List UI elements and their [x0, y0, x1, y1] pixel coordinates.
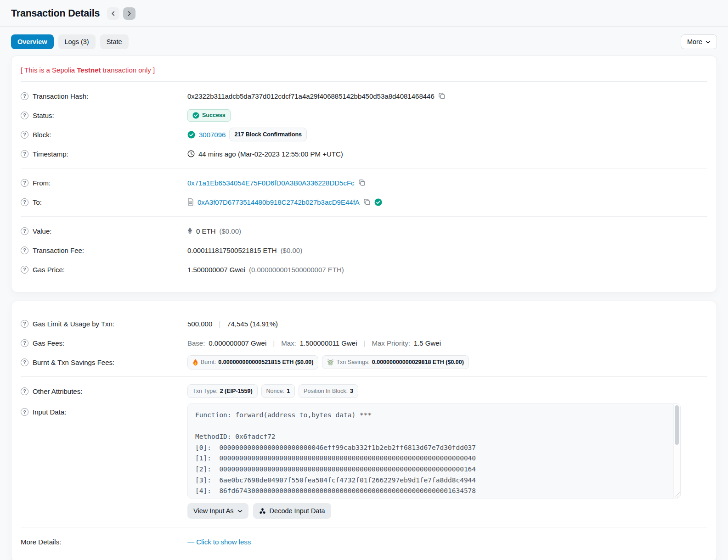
help-icon[interactable]: ?	[21, 150, 28, 158]
input-data-actions: View Input As Decode Input Data	[187, 503, 707, 519]
gas-fees-label-cell: ? Gas Fees:	[21, 339, 187, 347]
transaction-hash-value: 0x2322b311adcb5da737d012cdcf71a4a29f4068…	[187, 92, 435, 100]
input-data-scrollbar-thumb[interactable]	[675, 405, 679, 445]
copy-icon	[363, 198, 371, 206]
max-priority-fee-label: Max Priority:	[372, 339, 410, 347]
help-icon[interactable]: ?	[21, 198, 28, 206]
transaction-fee-label-cell: ? Transaction Fee:	[21, 246, 187, 254]
timestamp-label: Timestamp:	[33, 150, 68, 158]
txn-type-label: Txn Type:	[192, 388, 218, 394]
block-number-link[interactable]: 3007096	[199, 131, 226, 139]
overview-group-1: ? Transaction Hash: 0x2322b311adcb5da737…	[21, 82, 707, 168]
show-less-link[interactable]: — Click to show less	[187, 538, 251, 546]
other-attributes-label-cell: ? Other Attributes:	[21, 387, 187, 395]
help-icon[interactable]: ?	[21, 179, 28, 187]
status-row: ? Status: Success	[21, 106, 707, 125]
gas-limit-value-cell: 500,000 | 74,545 (14.91%)	[187, 320, 707, 328]
burnt-fees-row: ? Burnt & Txn Savings Fees: Burnt: 0.000…	[21, 353, 707, 372]
status-badge-label: Success	[202, 112, 226, 118]
pipe-divider: |	[361, 339, 368, 347]
input-data-textarea[interactable]: Function: forward(address to,bytes data)…	[187, 403, 681, 498]
tab-overview[interactable]: Overview	[11, 34, 54, 49]
other-attributes-label: Other Attributes:	[33, 387, 82, 395]
help-icon[interactable]: ?	[21, 320, 28, 328]
help-icon[interactable]: ?	[21, 408, 28, 416]
chevron-down-icon	[237, 509, 243, 514]
help-icon[interactable]: ?	[21, 387, 28, 395]
help-icon[interactable]: ?	[21, 131, 28, 139]
block-confirmations-badge: 217 Block Confirmations	[229, 128, 307, 141]
input-data-row: ? Input Data: Function: forward(address …	[21, 403, 707, 519]
from-row: ? From: 0x71a1Eb6534054E75F0D6fD0A3B0A33…	[21, 173, 707, 192]
help-icon[interactable]: ?	[21, 112, 28, 119]
transaction-fee-value-cell: 0.000111817500521815 ETH ($0.00)	[187, 246, 707, 254]
copy-transaction-hash-button[interactable]	[438, 92, 446, 100]
textarea-resize-handle[interactable]	[674, 492, 680, 498]
details-group-1: ? Gas Limit & Usage by Txn: 500,000 | 74…	[21, 309, 707, 376]
transaction-fee-usd: ($0.00)	[281, 246, 303, 254]
block-label: Block:	[33, 131, 51, 139]
max-fee-label: Max:	[281, 339, 296, 347]
decode-input-data-button[interactable]: Decode Input Data	[253, 503, 331, 519]
max-fee-value: 1.500000011 Gwei	[300, 339, 357, 347]
from-label: From:	[33, 179, 51, 187]
chevron-down-icon	[705, 39, 711, 45]
view-input-as-button[interactable]: View Input As	[187, 503, 248, 519]
txn-type-badge: Txn Type: 2 (EIP-1559)	[187, 384, 258, 398]
testnet-notice-prefix: [ This is a Sepolia	[21, 66, 77, 74]
prev-transaction-button[interactable]	[107, 7, 119, 20]
block-row: ? Block: 3007096 217 Block Confirmations	[21, 125, 707, 144]
txn-savings-badge-label: Txn Savings:	[336, 359, 369, 365]
gas-price-row: ? Gas Price: 1.500000007 Gwei (0.0000000…	[21, 260, 707, 279]
more-button[interactable]: More	[681, 34, 717, 49]
tabs-row: Overview Logs (3) State More	[11, 27, 717, 56]
testnet-notice-suffix: transaction only ]	[101, 66, 155, 74]
gas-limit-value: 500,000	[187, 320, 212, 328]
tab-logs[interactable]: Logs (3)	[58, 34, 96, 49]
txn-savings-badge-value: 0.00000000000029818 ETH ($0.00)	[372, 359, 464, 365]
tabs: Overview Logs (3) State	[11, 34, 129, 49]
pipe-divider: |	[270, 339, 277, 347]
transaction-hash-label-cell: ? Transaction Hash:	[21, 92, 187, 100]
transaction-fee-row: ? Transaction Fee: 0.000111817500521815 …	[21, 241, 707, 260]
help-icon[interactable]: ?	[21, 92, 28, 100]
contract-document-icon	[187, 198, 194, 206]
help-icon[interactable]: ?	[21, 246, 28, 254]
transaction-hash-value-cell: 0x2322b311adcb5da737d012cdcf71a4a29f4068…	[187, 92, 707, 100]
more-details-label-cell: More Details:	[21, 538, 187, 546]
chevron-right-icon	[127, 11, 132, 16]
gas-price-label-cell: ? Gas Price:	[21, 266, 187, 274]
tab-state[interactable]: State	[100, 34, 129, 49]
clock-icon	[187, 150, 195, 157]
copy-from-address-button[interactable]	[358, 179, 366, 186]
input-data-value-cell: Function: forward(address to,bytes data)…	[187, 403, 707, 519]
testnet-notice-bold: Testnet	[77, 66, 101, 74]
help-icon[interactable]: ?	[21, 358, 28, 366]
from-address-link[interactable]: 0x71a1Eb6534054E75F0D6fD0A3B0A336228DD5c…	[187, 179, 355, 187]
copy-to-address-button[interactable]	[363, 198, 371, 206]
help-icon[interactable]: ?	[21, 227, 28, 235]
block-label-cell: ? Block:	[21, 131, 187, 139]
verified-check-icon	[374, 198, 382, 206]
flame-icon	[192, 359, 198, 366]
transaction-hash-label: Transaction Hash:	[33, 92, 88, 100]
next-transaction-button[interactable]	[123, 7, 135, 20]
gas-price-value-cell: 1.500000007 Gwei (0.000000001500000007 E…	[187, 266, 707, 274]
to-address-link[interactable]: 0xA3f07D6773514480b918C2742b027b3acD9E44…	[198, 198, 360, 206]
check-circle-icon	[187, 131, 195, 139]
help-icon[interactable]: ?	[21, 266, 28, 274]
input-data-scrollbar-track[interactable]	[673, 404, 680, 498]
transaction-fee-amount: 0.000111817500521815 ETH	[187, 246, 277, 254]
transaction-details-page: Transaction Details Overview Logs (3) St…	[0, 0, 728, 560]
help-icon[interactable]: ?	[21, 339, 28, 347]
to-row: ? To: 0xA3f07D6773514480b918C2742b027b3a…	[21, 192, 707, 212]
to-label: To:	[33, 198, 42, 206]
gas-limit-label: Gas Limit & Usage by Txn:	[33, 320, 114, 328]
transaction-fee-label: Transaction Fee:	[33, 246, 84, 254]
gas-price-amount: 1.500000007 Gwei	[187, 266, 245, 274]
gas-fees-value-cell: Base: 0.000000007 Gwei | Max: 1.50000001…	[187, 339, 707, 347]
other-attributes-row: ? Other Attributes: Txn Type: 2 (EIP-155…	[21, 381, 707, 401]
status-label-cell: ? Status:	[21, 112, 187, 119]
timestamp-row: ? Timestamp: 44 mins ago (Mar-02-2023 12…	[21, 144, 707, 163]
gas-limit-label-cell: ? Gas Limit & Usage by Txn:	[21, 320, 187, 328]
